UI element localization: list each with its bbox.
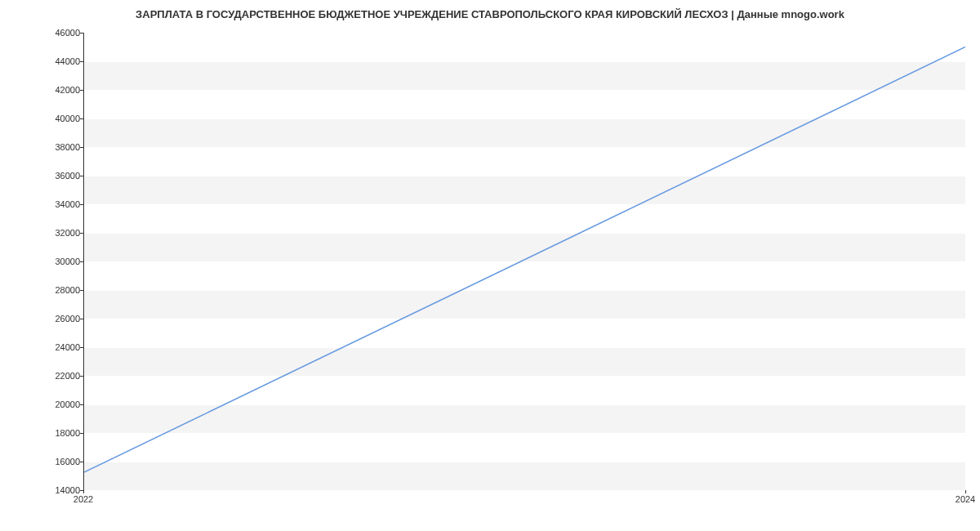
y-tick-mark [80,376,83,377]
y-tick-label: 18000 [41,428,80,438]
grid-band [84,462,965,490]
grid-band [84,118,965,147]
y-tick-label: 32000 [41,228,80,238]
grid-line [84,261,965,262]
y-tick-label: 46000 [41,28,80,38]
x-tick-mark [83,490,84,493]
y-tick-mark [80,261,83,262]
grid-line [84,147,965,148]
y-tick-label: 42000 [41,85,80,95]
grid-band [84,290,965,319]
y-tick-mark [80,233,83,234]
grid-line [84,490,965,491]
y-tick-label: 24000 [41,342,80,352]
y-tick-mark [80,90,83,91]
grid-band [84,176,965,204]
grid-line [84,290,965,291]
grid-line [84,376,965,377]
y-tick-mark [80,319,83,319]
grid-line [84,176,965,176]
chart-title: ЗАРПЛАТА В ГОСУДАРСТВЕННОЕ БЮДЖЕТНОЕ УЧР… [0,8,980,20]
grid-line [84,433,965,434]
grid-line [84,61,965,62]
y-tick-label: 22000 [41,371,80,381]
y-tick-mark [80,147,83,148]
grid-line [84,118,965,119]
y-tick-mark [80,433,83,434]
grid-line [84,347,965,348]
grid-band [84,61,965,90]
grid-line [84,462,965,462]
y-tick-label: 30000 [41,257,80,266]
y-tick-mark [80,290,83,291]
x-tick-label: 2022 [74,494,93,504]
y-tick-mark [80,33,83,33]
y-tick-mark [80,61,83,62]
y-tick-mark [80,176,83,176]
grid-band [84,404,965,433]
y-tick-label: 36000 [41,171,80,181]
grid-band [84,233,965,261]
grid-band [84,347,965,376]
grid-line [84,33,965,33]
y-tick-label: 28000 [41,285,80,295]
y-tick-mark [80,118,83,119]
x-tick-label: 2024 [956,494,975,504]
plot-area [83,33,965,490]
y-tick-mark [80,404,83,405]
y-tick-label: 38000 [41,142,80,152]
y-tick-mark [80,204,83,205]
x-tick-mark [965,490,966,493]
grid-line [84,233,965,234]
y-tick-label: 40000 [41,114,80,123]
grid-line [84,204,965,205]
y-tick-label: 44000 [41,56,80,66]
grid-line [84,319,965,319]
y-tick-label: 34000 [41,199,80,209]
grid-line [84,404,965,405]
y-tick-label: 16000 [41,457,80,466]
grid-line [84,90,965,91]
y-tick-label: 20000 [41,399,80,409]
y-tick-label: 26000 [41,314,80,324]
y-tick-mark [80,347,83,348]
y-tick-mark [80,462,83,462]
